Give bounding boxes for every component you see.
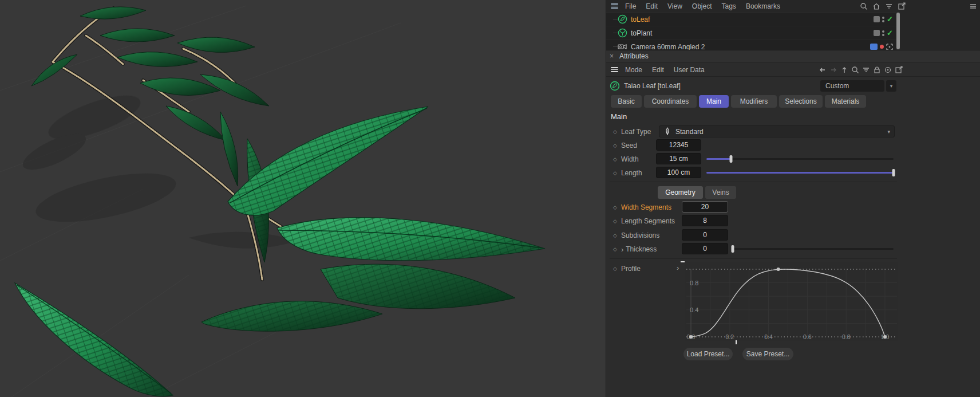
- slider-thumb[interactable]: [729, 155, 732, 163]
- enabled-check-icon[interactable]: ✓: [887, 29, 893, 37]
- up-arrow-icon[interactable]: [840, 66, 848, 74]
- forward-arrow-icon[interactable]: [829, 66, 837, 74]
- width-input[interactable]: 15 cm: [656, 153, 701, 164]
- filter-icon[interactable]: [885, 2, 893, 10]
- length-label: Length: [621, 169, 642, 177]
- menu-edit[interactable]: Edit: [646, 2, 658, 10]
- filter-icon[interactable]: [969, 2, 977, 10]
- menu-view[interactable]: View: [667, 2, 682, 10]
- new-panel-icon[interactable]: [895, 66, 903, 74]
- filter-icon[interactable]: [862, 66, 870, 74]
- object-row-toleaf[interactable]: toLeaf ✓: [606, 13, 896, 26]
- length-segments-row: ◇ Length Segments: [606, 215, 980, 227]
- plant-small-leaves: [31, 7, 269, 186]
- layer-chip-icon[interactable]: [874, 16, 880, 22]
- divider: [610, 182, 897, 182]
- divider: [610, 258, 897, 259]
- tab-main[interactable]: Main: [699, 95, 729, 108]
- key-diamond-icon[interactable]: ◇: [613, 143, 617, 148]
- attribute-tabs: Basic Coordinates Main Modifiers Selecti…: [606, 95, 980, 108]
- back-arrow-icon[interactable]: [819, 66, 827, 74]
- visibility-dots[interactable]: [882, 30, 884, 36]
- length-segments-label: Length Segments: [621, 217, 675, 225]
- menu-mode[interactable]: Mode: [625, 66, 642, 74]
- tab-materials[interactable]: Materials: [825, 95, 866, 108]
- key-diamond-icon[interactable]: ◇: [613, 266, 617, 272]
- width-label: Width: [621, 155, 639, 163]
- viewport-3d[interactable]: [0, 0, 606, 397]
- key-diamond-icon[interactable]: ◇: [613, 218, 617, 224]
- new-panel-icon[interactable]: [898, 2, 906, 10]
- layer-chip-icon[interactable]: [874, 30, 880, 36]
- leaf-glyph-icon: [664, 127, 671, 136]
- tab-coordinates[interactable]: Coordinates: [644, 95, 697, 108]
- profile-graph[interactable]: 0.80.40.00.20.40.60.81.0: [685, 262, 898, 341]
- subtab-geometry[interactable]: Geometry: [658, 186, 703, 199]
- hamburger-menu-icon[interactable]: [611, 67, 618, 72]
- menu-file[interactable]: File: [625, 2, 636, 10]
- object-name[interactable]: toPlant: [631, 29, 874, 37]
- visibility-dots[interactable]: [882, 17, 884, 22]
- menu-edit[interactable]: Edit: [652, 66, 664, 74]
- search-icon[interactable]: [851, 66, 859, 74]
- hamburger-menu-icon[interactable]: [611, 3, 618, 9]
- chevron-right-icon[interactable]: ›: [677, 264, 679, 272]
- chevron-right-icon[interactable]: ›: [621, 246, 623, 253]
- key-diamond-icon[interactable]: ◇: [613, 233, 617, 238]
- key-diamond-icon[interactable]: ◇: [613, 156, 617, 162]
- subtab-veins[interactable]: Veins: [705, 186, 736, 199]
- tab-basic[interactable]: Basic: [611, 95, 642, 108]
- enabled-check-icon[interactable]: ✓: [887, 15, 893, 23]
- key-diamond-icon[interactable]: ◇: [613, 129, 617, 135]
- load-preset-button[interactable]: Load Preset...: [683, 348, 733, 360]
- width-slider[interactable]: [706, 158, 894, 160]
- save-preset-button[interactable]: Save Preset...: [742, 348, 793, 360]
- seed-input[interactable]: 12345: [656, 139, 701, 151]
- target-icon[interactable]: [884, 66, 892, 74]
- svg-text:0.2: 0.2: [725, 333, 734, 340]
- leaf-type-dropdown[interactable]: Standard ▾: [659, 125, 895, 137]
- key-diamond-icon[interactable]: ◇: [613, 205, 617, 210]
- preset-dropdown-value: Custom: [825, 82, 849, 90]
- chevron-down-icon[interactable]: ▾: [886, 80, 896, 92]
- lock-icon[interactable]: [873, 66, 881, 74]
- menu-user-data[interactable]: User Data: [674, 66, 705, 74]
- length-slider[interactable]: [706, 172, 894, 174]
- camera-tag-icon[interactable]: [870, 44, 878, 50]
- object-name[interactable]: Camera 60mm Angled 2: [631, 43, 870, 50]
- attributes-menubar: Mode Edit User Data: [606, 63, 980, 77]
- subdivisions-input[interactable]: 0: [682, 229, 728, 241]
- tab-modifiers[interactable]: Modifiers: [731, 95, 777, 108]
- menu-tags[interactable]: Tags: [722, 2, 736, 10]
- object-row-toplant[interactable]: toPlant ✓: [606, 26, 896, 40]
- object-name[interactable]: toLeaf: [631, 15, 874, 23]
- camera-object-icon: [618, 42, 627, 50]
- thickness-slider[interactable]: [733, 248, 894, 250]
- object-list-empty-area: [900, 12, 980, 50]
- width-segments-label: Width Segments: [621, 203, 671, 211]
- chevron-down-icon: ▾: [887, 129, 890, 135]
- marker-icon[interactable]: [886, 44, 893, 50]
- right-panel: File Edit View Object Tags Bookmarks toL…: [606, 0, 980, 397]
- collapse-dash-icon[interactable]: [681, 261, 685, 262]
- length-input[interactable]: 100 cm: [656, 167, 701, 178]
- search-icon[interactable]: [860, 2, 868, 10]
- object-row-camera-clipped[interactable]: Camera 60mm Angled 2: [606, 40, 896, 50]
- width-segments-input[interactable]: 20: [682, 201, 728, 213]
- home-icon[interactable]: [872, 2, 880, 10]
- slider-thumb[interactable]: [892, 169, 895, 176]
- key-diamond-icon[interactable]: ◇: [613, 170, 617, 176]
- menu-object[interactable]: Object: [692, 2, 712, 10]
- attributes-title: Attributes: [619, 52, 649, 60]
- tab-selections[interactable]: Selections: [779, 95, 823, 108]
- length-segments-input[interactable]: 8: [682, 215, 728, 226]
- key-diamond-icon[interactable]: ◇: [613, 246, 617, 252]
- slider-thumb[interactable]: [732, 245, 734, 253]
- thickness-input[interactable]: 0: [682, 243, 728, 254]
- close-icon[interactable]: ×: [610, 53, 614, 60]
- application-window: File Edit View Object Tags Bookmarks toL…: [0, 0, 980, 397]
- thickness-label: Thickness: [626, 245, 657, 253]
- preset-dropdown[interactable]: Custom: [820, 80, 884, 92]
- menu-bookmarks[interactable]: Bookmarks: [746, 2, 780, 10]
- record-dot-icon[interactable]: [880, 45, 884, 49]
